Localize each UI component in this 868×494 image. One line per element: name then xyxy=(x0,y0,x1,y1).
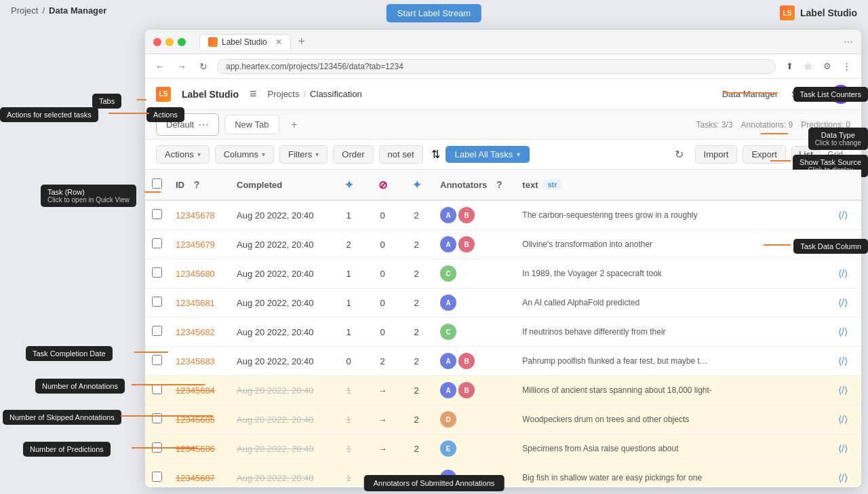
table-row[interactable]: 12345683 Aug 20 2022, 20:40 0 2 2 AB Pah… xyxy=(145,347,861,376)
data-manager-link[interactable]: Data Manager xyxy=(722,89,778,99)
table-row[interactable]: 12345684 Aug 20 2022, 20:40 1 → 2 AB Mil… xyxy=(145,376,861,405)
task-source-button[interactable]: ⟨/⟩ xyxy=(834,265,852,282)
filters-button[interactable]: Filters ▾ xyxy=(279,145,328,164)
str-type-badge[interactable]: str xyxy=(543,179,561,190)
row-checkbox[interactable] xyxy=(152,472,162,482)
row-annotators: E xyxy=(440,440,509,457)
table-row[interactable]: 12345678 Aug 20 2022, 20:40 1 0 2 AB The… xyxy=(145,200,861,230)
select-all-checkbox[interactable] xyxy=(152,178,162,189)
row-id-link[interactable]: 12345683 xyxy=(176,356,215,366)
skipped-icon: ⊘ xyxy=(378,178,387,191)
row-annotators: D xyxy=(440,411,509,428)
row-checkbox[interactable] xyxy=(152,326,162,336)
task-source-button[interactable]: ⟨/⟩ xyxy=(834,294,852,311)
row-checkbox[interactable] xyxy=(152,267,162,278)
tab-close[interactable]: ✕ xyxy=(275,37,282,47)
label-all-tasks-button[interactable]: Label All Tasks ▾ xyxy=(446,146,530,163)
browser-navbar: ← → ↻ app.heartex.com/projects/123456/da… xyxy=(145,54,861,79)
window-controls[interactable]: ⋯ xyxy=(844,37,853,48)
minimize-button[interactable] xyxy=(165,38,174,46)
nav-sep: / xyxy=(303,89,306,99)
th-id-help-icon[interactable]: ? xyxy=(187,175,206,194)
row-predictions: 2 xyxy=(399,288,433,318)
start-label-stream-button[interactable]: Start Label Stream xyxy=(387,4,481,22)
row-id-link[interactable]: 12345684 xyxy=(176,385,215,396)
row-checkbox[interactable] xyxy=(152,384,162,394)
table-row[interactable]: 12345682 Aug 20 2022, 20:40 1 0 2 C If n… xyxy=(145,318,861,347)
nav-projects[interactable]: Projects xyxy=(268,89,300,99)
task-source-button[interactable]: ⟨/⟩ xyxy=(834,381,852,399)
row-completed: Aug 20 2022, 20:40 xyxy=(230,463,332,487)
row-id-link[interactable]: 12345686 xyxy=(176,444,215,454)
row-checkbox[interactable] xyxy=(152,297,162,307)
row-checkbox[interactable] xyxy=(152,355,162,365)
table-row[interactable]: 12345679 Aug 20 2022, 20:40 2 0 2 AB Oli… xyxy=(145,230,861,259)
table-row[interactable]: 12345685 Aug 20 2022, 20:40 1 → 2 D Wood… xyxy=(145,405,861,434)
hamburger-menu[interactable]: ≡ xyxy=(250,87,257,101)
table-row[interactable]: 12345680 Aug 20 2022, 20:40 1 0 2 C In 1… xyxy=(145,259,861,288)
new-tab-button[interactable]: New Tab xyxy=(224,115,279,134)
more-icon[interactable]: ⋮ xyxy=(838,58,854,75)
row-id-link[interactable]: 12345681 xyxy=(176,298,215,308)
row-predictions: 2 xyxy=(399,376,433,405)
tab-dots[interactable]: ⋯ xyxy=(198,118,209,131)
not-set-button[interactable]: not set xyxy=(379,145,423,164)
row-checkbox[interactable] xyxy=(152,209,162,219)
close-button[interactable] xyxy=(153,38,161,46)
reload-button[interactable]: ↻ xyxy=(195,58,212,75)
forward-button[interactable]: → xyxy=(174,58,190,75)
row-id-link[interactable]: 12345680 xyxy=(176,269,215,279)
browser-tab[interactable]: Label Studio ✕ xyxy=(199,34,291,50)
task-source-button[interactable]: ⟨/⟩ xyxy=(834,469,852,486)
row-completed: Aug 20 2022, 20:40 xyxy=(230,230,332,259)
extensions-icon[interactable]: ⚙ xyxy=(819,58,835,75)
task-source-button[interactable]: ⟨/⟩ xyxy=(834,206,852,224)
share-icon[interactable]: ⬆ xyxy=(781,58,797,75)
task-source-button[interactable]: ⟨/⟩ xyxy=(834,411,852,428)
row-annotations: 1 xyxy=(332,288,366,318)
toolbar: Actions ▾ Columns ▾ Filters ▾ Order not … xyxy=(145,140,861,170)
breadcrumb-manager: Data Manager xyxy=(49,5,106,16)
row-annotators: A xyxy=(440,294,509,311)
label-all-label: Label All Tasks xyxy=(455,149,513,159)
table-row[interactable]: 12345681 Aug 20 2022, 20:40 1 0 2 A An A… xyxy=(145,288,861,318)
bookmark-icon[interactable]: ☆ xyxy=(800,58,816,75)
row-completed: Aug 20 2022, 20:40 xyxy=(230,376,332,405)
actions-dropdown-button[interactable]: Actions ▾ xyxy=(156,145,210,164)
tab-bar: Label Studio ✕ + xyxy=(199,34,838,50)
row-id-link[interactable]: 12345679 xyxy=(176,240,215,250)
label-all-chevron-icon: ▾ xyxy=(517,151,520,158)
row-annotations: 1 xyxy=(332,318,366,347)
row-id-link[interactable]: 12345678 xyxy=(176,210,215,221)
th-annotators-help-icon[interactable]: ? xyxy=(490,175,509,194)
row-annotators: AB xyxy=(440,382,509,398)
order-label: Order xyxy=(342,149,364,159)
columns-button[interactable]: Columns ▾ xyxy=(215,145,274,164)
task-source-button[interactable]: ⟨/⟩ xyxy=(834,440,852,457)
import-button[interactable]: Import xyxy=(695,145,738,164)
row-text: If neutrinos behave differently from the… xyxy=(522,327,712,337)
row-predictions: 2 xyxy=(399,434,433,463)
table-header: ID ? Completed ✦ xyxy=(145,170,861,200)
row-annotations: 2 xyxy=(332,230,366,259)
task-source-button[interactable]: ⟨/⟩ xyxy=(834,323,852,341)
breadcrumb-project[interactable]: Project xyxy=(11,5,38,16)
table-row[interactable]: 12345686 Aug 20 2022, 20:40 1 → 2 E Spec… xyxy=(145,434,861,463)
add-tab-icon[interactable]: + xyxy=(285,115,304,134)
back-button[interactable]: ← xyxy=(152,58,168,75)
refresh-button[interactable]: ↻ xyxy=(669,145,690,165)
table-body: 12345678 Aug 20 2022, 20:40 1 0 2 AB The… xyxy=(145,200,861,486)
maximize-button[interactable] xyxy=(178,38,186,46)
row-id-link[interactable]: 12345682 xyxy=(176,327,215,337)
avatar: A xyxy=(440,207,456,223)
task-source-button[interactable]: ⟨/⟩ xyxy=(834,352,852,370)
row-checkbox[interactable] xyxy=(152,238,162,248)
row-predictions: 2 xyxy=(399,318,433,347)
sort-icon[interactable]: ⇅ xyxy=(431,148,440,161)
row-id-link[interactable]: 12345687 xyxy=(176,473,215,483)
url-bar[interactable]: app.heartex.com/projects/123456/data?tab… xyxy=(217,59,776,74)
order-button[interactable]: Order xyxy=(333,145,373,164)
add-tab-button[interactable]: + xyxy=(294,34,310,50)
breadcrumb-sep: / xyxy=(42,5,45,16)
avatar: D xyxy=(440,411,456,428)
